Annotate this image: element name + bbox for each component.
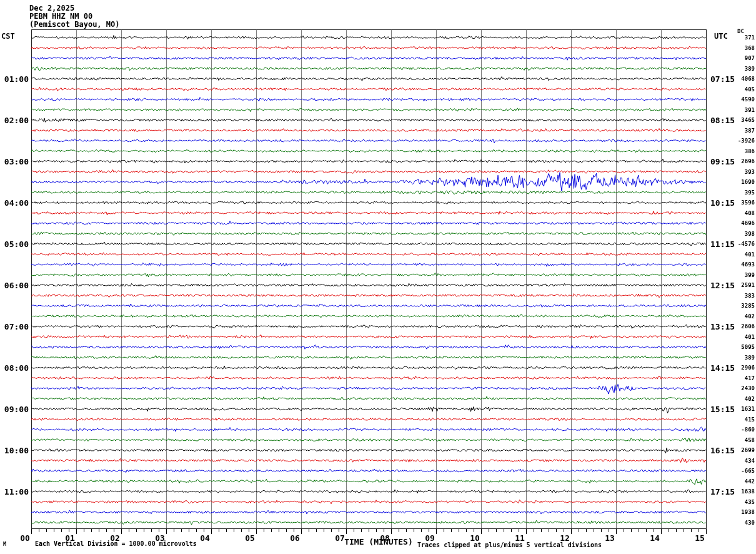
dc-axis-header: DC: [737, 28, 744, 34]
dc-value: 393: [726, 169, 755, 175]
dc-value: 1631: [726, 406, 755, 412]
x-tick-label: 04: [195, 533, 215, 543]
dc-value: 4590: [726, 96, 755, 103]
x-tick-label: 06: [285, 533, 305, 543]
hour-label-cst: 05:00: [0, 239, 29, 249]
watermark: M: [3, 541, 6, 547]
dc-value: 408: [726, 210, 755, 216]
dc-value: 402: [726, 396, 755, 402]
hour-label-cst: 02:00: [0, 116, 29, 125]
scale-note: Each Vertical Division = 1000.00 microvo…: [35, 540, 197, 547]
hour-label-cst: 03:00: [0, 157, 29, 166]
dc-value: 2591: [726, 282, 755, 288]
dc-value: -4576: [726, 241, 755, 247]
dc-value: 383: [726, 293, 755, 299]
dc-value: 3596: [726, 199, 755, 206]
dc-value: 389: [726, 66, 755, 72]
hour-label-cst: 06:00: [0, 281, 29, 290]
dc-value: 907: [726, 55, 755, 61]
dc-value: 2699: [726, 447, 755, 453]
dc-value: -860: [726, 426, 755, 433]
hour-label-cst: 11:00: [0, 487, 29, 496]
clip-note: Traces clipped at plus/minus 5 vertical …: [417, 541, 602, 548]
hour-label-cst: 01:00: [0, 74, 29, 84]
dc-value: 386: [726, 148, 755, 154]
dc-value: 1690: [726, 179, 755, 185]
dc-value: 401: [726, 334, 755, 340]
dc-value: 395: [726, 189, 755, 196]
dc-value: 401: [726, 251, 755, 258]
dc-value: 2606: [726, 323, 755, 330]
dc-value: 391: [726, 107, 755, 113]
hour-label-cst: 09:00: [0, 405, 29, 414]
dc-value: 5095: [726, 344, 755, 350]
hour-label-cst: 07:00: [0, 322, 29, 331]
dc-value: 4696: [726, 220, 755, 226]
dc-value: 389: [726, 355, 755, 361]
dc-value: 415: [726, 416, 755, 423]
x-axis-title: TIME (MINUTES): [331, 537, 426, 546]
dc-value: 2906: [726, 365, 755, 371]
dc-value: 405: [726, 86, 755, 93]
x-tick-label: 15: [690, 533, 710, 543]
helicorder-page: Dec 2,2025 PEBM HHZ NM 00 (Pemiscot Bayo…: [0, 0, 756, 554]
dc-value: 3465: [726, 117, 755, 123]
header-location: (Pemiscot Bayou, MO): [29, 21, 120, 29]
dc-value: 2430: [726, 385, 755, 391]
dc-value: -665: [726, 468, 755, 474]
dc-value: 398: [726, 231, 755, 237]
dc-value: 1638: [726, 488, 755, 495]
dc-value: 417: [726, 375, 755, 381]
hour-label-cst: 04:00: [0, 198, 29, 208]
dc-value: 371: [726, 34, 755, 41]
x-tick-label: 14: [645, 533, 665, 543]
dc-value: 3285: [726, 303, 755, 309]
hour-label-cst: 10:00: [0, 446, 29, 455]
dc-value: 435: [726, 499, 755, 505]
dc-value: 458: [726, 437, 755, 443]
hour-label-cst: 08:00: [0, 363, 29, 373]
dc-value: 1938: [726, 509, 755, 515]
dc-value: 399: [726, 272, 755, 278]
x-tick-label: 13: [600, 533, 620, 543]
dc-value: 430: [726, 520, 755, 526]
cst-axis-header: CST: [1, 32, 15, 41]
dc-value: 4068: [726, 76, 755, 82]
dc-value: 442: [726, 478, 755, 485]
dc-value: -3926: [726, 138, 755, 144]
dc-value: 2696: [726, 158, 755, 164]
x-tick-label: 05: [240, 533, 260, 543]
dc-value: 434: [726, 458, 755, 464]
x-tick-label: 00: [15, 533, 35, 543]
dc-value: 402: [726, 313, 755, 320]
seismogram-canvas: [0, 0, 756, 554]
dc-value: 368: [726, 45, 755, 51]
dc-value: 4693: [726, 261, 755, 268]
dc-value: 387: [726, 128, 755, 134]
